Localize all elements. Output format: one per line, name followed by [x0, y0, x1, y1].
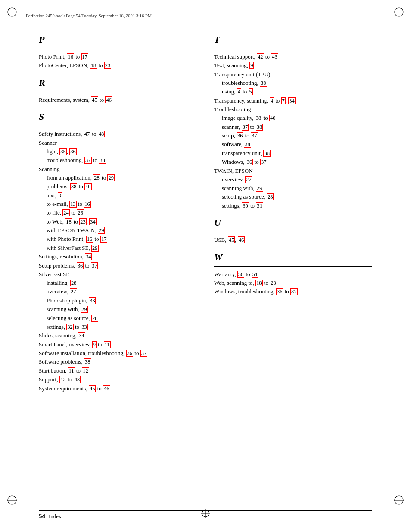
- page-link[interactable]: 29: [107, 174, 115, 181]
- page-link[interactable]: 36: [77, 262, 84, 269]
- section-letter: T: [214, 32, 372, 47]
- index-entry: selecting as source, 28: [39, 314, 197, 323]
- page-link[interactable]: 33: [81, 324, 88, 330]
- page-link[interactable]: 32: [66, 324, 74, 330]
- page-link[interactable]: 36: [276, 288, 283, 295]
- index-entry: scanning with, 29: [214, 184, 372, 193]
- page-link[interactable]: 16: [84, 201, 91, 208]
- page-link[interactable]: 45: [91, 96, 98, 103]
- index-entry: selecting as source, 28: [214, 193, 372, 201]
- page-link[interactable]: 36: [69, 148, 77, 155]
- page-link[interactable]: 28: [91, 315, 99, 322]
- page-link[interactable]: 43: [271, 53, 278, 60]
- page-link[interactable]: 38: [70, 183, 78, 190]
- page-link[interactable]: 28: [70, 280, 78, 286]
- page-link[interactable]: 40: [84, 183, 92, 190]
- page-link[interactable]: 16: [86, 236, 93, 243]
- page-link[interactable]: 46: [238, 236, 245, 243]
- page-link[interactable]: 37: [251, 132, 258, 139]
- section-letter: R: [39, 75, 197, 90]
- index-section: PPhoto Print, 16 to 17PhotoCenter, EPSON…: [39, 32, 197, 70]
- page-link[interactable]: 16: [67, 53, 74, 60]
- page-link[interactable]: 30: [242, 202, 249, 209]
- index-entry: image quality, 38 to 40: [214, 114, 372, 122]
- page-link[interactable]: 24: [62, 209, 70, 216]
- index-entry: Software installation, troubleshooting, …: [39, 349, 197, 358]
- section-rule: [214, 266, 372, 267]
- page-link[interactable]: 38: [256, 124, 263, 131]
- page-link[interactable]: 47: [84, 131, 91, 137]
- page-link[interactable]: 17: [81, 53, 89, 60]
- page-link[interactable]: 34: [78, 332, 85, 339]
- page-link[interactable]: 23: [270, 280, 277, 286]
- page-link[interactable]: 38: [99, 157, 106, 164]
- page-link[interactable]: 23: [104, 62, 112, 69]
- index-entry: settings, 32 to 33: [39, 323, 197, 331]
- page-link[interactable]: 29: [81, 306, 88, 313]
- page-link[interactable]: 38: [260, 80, 267, 87]
- page-link[interactable]: 50: [237, 271, 245, 278]
- index-entry: to file, 24 to 26: [39, 208, 197, 217]
- page-link[interactable]: 37: [91, 262, 98, 269]
- page-link[interactable]: 35: [59, 148, 67, 155]
- page-link[interactable]: 36: [237, 132, 244, 139]
- page-link[interactable]: 18: [65, 218, 72, 225]
- page-link[interactable]: 38: [255, 115, 262, 121]
- index-entry: installing, 28: [39, 279, 197, 287]
- main-content: PPhoto Print, 16 to 17PhotoCenter, EPSON…: [39, 32, 372, 489]
- page-link[interactable]: 9: [58, 192, 62, 199]
- page-link[interactable]: 34: [89, 218, 97, 225]
- page-link[interactable]: 48: [98, 131, 105, 137]
- page-link[interactable]: 17: [100, 236, 108, 243]
- page-link[interactable]: 38: [84, 358, 91, 365]
- page-link[interactable]: 37: [84, 157, 92, 164]
- page-link[interactable]: 4: [270, 97, 274, 104]
- page-link[interactable]: 36: [246, 159, 253, 165]
- page-link[interactable]: 36: [126, 350, 134, 357]
- page-link[interactable]: 23: [79, 218, 87, 225]
- page-link[interactable]: 18: [255, 280, 263, 286]
- page-link[interactable]: 11: [68, 367, 75, 374]
- page-link[interactable]: 43: [74, 376, 81, 383]
- index-entry: Settings, resolution, 34: [39, 252, 197, 261]
- page-link[interactable]: 9: [249, 62, 254, 69]
- page-link[interactable]: 40: [269, 115, 277, 121]
- page-link[interactable]: 5: [249, 88, 253, 95]
- page-link[interactable]: 26: [77, 209, 84, 216]
- page-link[interactable]: 27: [245, 176, 252, 183]
- page-link[interactable]: 4: [237, 88, 241, 95]
- page-link[interactable]: 42: [59, 376, 67, 383]
- corner-mark-bl: [6, 494, 18, 506]
- page-link[interactable]: 38: [244, 141, 251, 148]
- page-link[interactable]: 12: [82, 367, 89, 374]
- page-link[interactable]: 46: [105, 96, 112, 103]
- page-link[interactable]: 33: [89, 297, 96, 304]
- page-link[interactable]: 46: [103, 385, 110, 392]
- page-link[interactable]: 29: [98, 227, 105, 234]
- page-link[interactable]: 29: [91, 245, 99, 252]
- page-link[interactable]: 13: [69, 201, 77, 208]
- page-link[interactable]: 31: [256, 202, 263, 209]
- page-link[interactable]: 45: [89, 385, 96, 392]
- page-link[interactable]: 29: [256, 185, 263, 192]
- page-link[interactable]: 37: [242, 124, 249, 131]
- page-link[interactable]: 34: [288, 97, 296, 104]
- page-link[interactable]: 27: [70, 288, 77, 295]
- page-link[interactable]: 28: [267, 193, 274, 200]
- corner-mark-tr: [393, 6, 405, 18]
- page-link[interactable]: 42: [257, 53, 264, 60]
- page-link[interactable]: 7: [281, 97, 286, 104]
- page-link[interactable]: 11: [104, 341, 111, 348]
- page-link[interactable]: 37: [140, 350, 148, 357]
- index-section: UUSB, 45, 46: [214, 215, 372, 244]
- page-link[interactable]: 37: [260, 159, 268, 165]
- page-link[interactable]: 9: [92, 341, 97, 348]
- header-bar-text: Perfection 2450.book Page 54 Tuesday, Se…: [26, 13, 152, 18]
- page-link[interactable]: 38: [263, 150, 271, 157]
- page-link[interactable]: 18: [90, 62, 97, 69]
- page-link[interactable]: 37: [290, 288, 298, 295]
- page-link[interactable]: 51: [252, 271, 259, 278]
- page-link[interactable]: 28: [93, 174, 100, 181]
- page-link[interactable]: 34: [85, 253, 92, 260]
- page-link[interactable]: 45: [228, 236, 235, 243]
